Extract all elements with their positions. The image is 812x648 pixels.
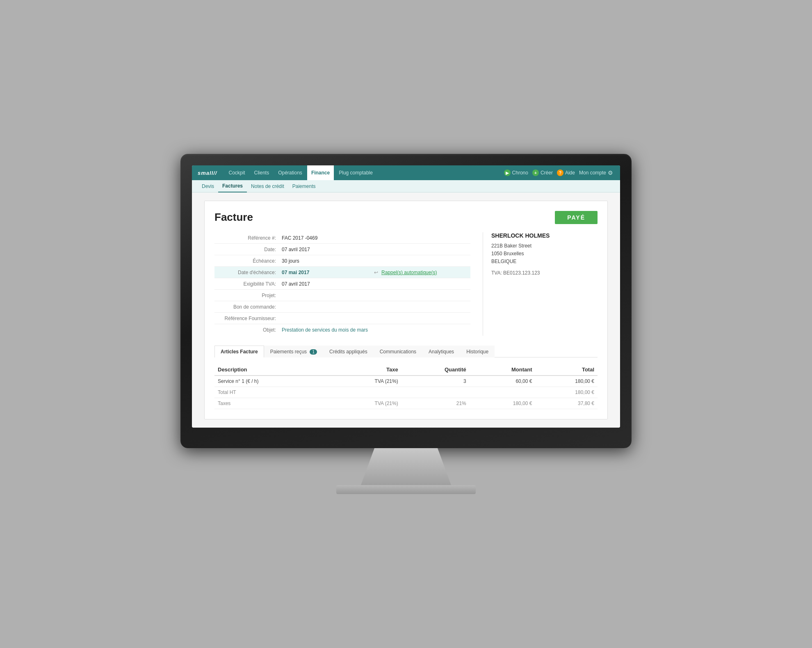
client-tva: TVA: BE0123.123.123 [491,270,598,276]
tab-communications[interactable]: Communications [374,346,422,357]
subtotal-percent [401,387,470,398]
subtotal-label: Total HT [214,387,329,398]
col-quantite: Quantité [401,364,470,376]
table-header: Description Taxe Quantité Montant Total [214,364,598,376]
mon-compte-button[interactable]: Mon compte ⚙ [579,169,614,176]
nav-items: Cockpit Clients Opérations Finance Plug … [224,165,504,180]
taxes-percent: 21% [401,398,470,409]
row-description: Service n° 1 (€ / h) [214,376,329,387]
tab-analytiques[interactable]: Analytiques [422,346,460,357]
subtotal-total: 180,00 € [535,387,598,398]
nav-right: ▶ Chrono + Créer ? Aide Mon compte ⚙ [504,169,614,176]
subtotal-taxe [329,387,401,398]
invoice-title: Facture [214,211,253,224]
taxes-montant: 180,00 € [470,398,536,409]
field-objet: Objet: Prestation de services du mois de… [214,324,470,336]
tab-historique[interactable]: Historique [460,346,495,357]
client-address-line3: BELGIQUE [491,259,516,264]
aide-label: Aide [565,170,575,176]
row-montant: 60,00 € [470,376,536,387]
field-projet: Projet: [214,290,470,301]
tab-articles-facture[interactable]: Articles Facture [214,346,264,357]
nav-plug-comptable[interactable]: Plug comptable [335,165,377,180]
subnav-devis[interactable]: Devis [198,180,218,192]
field-exigibilite-tva: Exigibilité TVA: 07 avril 2017 [214,278,470,290]
invoice-fields: Référence #: FAC 2017 -0469 Date: 07 avr… [214,232,470,336]
nav-operations[interactable]: Opérations [274,165,306,180]
top-navigation: small// Cockpit Clients Opérations Finan… [192,165,620,180]
aide-button[interactable]: ? Aide [557,169,575,176]
chrono-button[interactable]: ▶ Chrono [504,169,528,176]
field-objet-label: Objet: [214,327,280,333]
col-taxe: Taxe [329,364,401,376]
subnav-factures[interactable]: Factures [218,180,247,192]
field-date-echeance-value: 07 mai 2017 [280,269,371,276]
field-exigibilite-tva-value: 07 avril 2017 [280,280,470,288]
compte-label: Mon compte [579,170,606,176]
client-address-line1: 221B Baker Street [491,243,531,249]
app-logo: small// [198,170,217,176]
invoice-body: Référence #: FAC 2017 -0469 Date: 07 avr… [214,232,598,336]
monitor: small// Cockpit Clients Opérations Finan… [180,154,632,494]
creer-button[interactable]: + Créer [532,169,553,176]
field-bon-commande: Bon de commande: [214,301,470,313]
taxes-label: Taxes [214,398,329,409]
chrono-icon: ▶ [504,169,511,176]
col-total: Total [535,364,598,376]
field-reference-value: FAC 2017 -0469 [280,234,470,242]
settings-icon: ⚙ [608,169,614,176]
field-date-echeance: Date d'échéance: 07 mai 2017 ↩ Rappel(s)… [214,267,470,278]
col-montant: Montant [470,364,536,376]
table-header-row: Description Taxe Quantité Montant Total [214,364,598,376]
table-body: Service n° 1 (€ / h) TVA (21%) 3 60,00 €… [214,376,598,409]
nav-finance[interactable]: Finance [307,165,334,180]
field-reference-fournisseur-value [280,318,470,319]
field-date: Date: 07 avril 2017 [214,244,470,255]
client-name: SHERLOCK HOLMES [491,232,598,239]
row-taxe: TVA (21%) [329,376,401,387]
tab-paiements-recus-label: Paiements reçus [270,349,307,355]
rappels-automatiques-link[interactable]: Rappel(s) automatique(s) [380,269,470,276]
table-row: Service n° 1 (€ / h) TVA (21%) 3 60,00 €… [214,376,598,387]
field-reference-fournisseur: Référence Fournisseur: [214,313,470,324]
field-date-echeance-label: Date d'échéance: [214,270,280,275]
field-exigibilite-tva-label: Exigibilité TVA: [214,281,280,287]
paid-badge: PAYÉ [555,211,598,224]
field-reference-label: Référence #: [214,235,280,241]
field-echeance-value: 30 jours [280,257,470,265]
col-description: Description [214,364,329,376]
tab-credits-appliques[interactable]: Crédits appliqués [323,346,374,357]
screen-bezel: small// Cockpit Clients Opérations Finan… [180,154,632,448]
nav-cockpit[interactable]: Cockpit [224,165,249,180]
nav-clients[interactable]: Clients [250,165,273,180]
field-echeance: Échéance: 30 jours [214,255,470,267]
field-reference-fournisseur-label: Référence Fournisseur: [214,316,280,321]
subnav-notes-credit[interactable]: Notes de crédit [247,180,288,192]
client-address: 221B Baker Street 1050 Bruxelles BELGIQU… [491,242,598,266]
subtotal-montant [470,387,536,398]
taxes-taxe: TVA (21%) [329,398,401,409]
subnav-paiements[interactable]: Paiements [288,180,320,192]
paiements-recus-badge: 1 [310,349,317,355]
invoice-table: Description Taxe Quantité Montant Total … [214,364,598,409]
field-projet-label: Projet: [214,293,280,298]
taxes-total: 37,80 € [535,398,598,409]
row-total: 180,00 € [535,376,598,387]
field-bon-commande-value [280,306,470,308]
field-projet-value [280,295,470,296]
field-echeance-label: Échéance: [214,258,280,264]
creer-label: Créer [541,170,553,176]
invoice-header: Facture PAYÉ [214,211,598,224]
sub-navigation: Devis Factures Notes de crédit Paiements [192,180,620,192]
field-objet-value: Prestation de services du mois de mars [280,326,470,334]
row-quantite: 3 [401,376,470,387]
tab-paiements-recus[interactable]: Paiements reçus 1 [264,346,323,357]
field-date-label: Date: [214,247,280,252]
aide-icon: ? [557,169,563,176]
taxes-row: Taxes TVA (21%) 21% 180,00 € 37,80 € [214,398,598,409]
monitor-base [336,485,476,494]
screen: small// Cockpit Clients Opérations Finan… [192,165,620,428]
recall-arrow-icon: ↩ [374,270,378,275]
chrono-label: Chrono [512,170,528,176]
tabs-section: Articles Facture Paiements reçus 1 Crédi… [214,346,598,409]
